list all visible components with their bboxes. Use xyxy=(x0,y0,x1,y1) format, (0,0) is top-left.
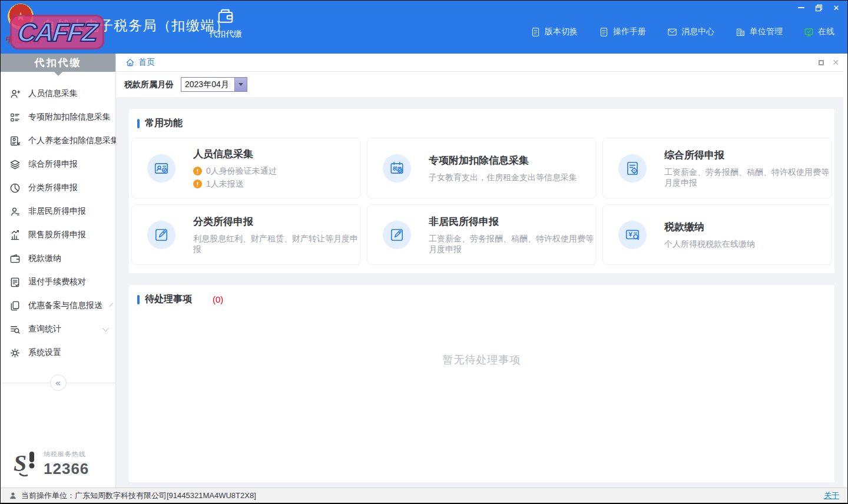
feature-card[interactable]: 人员信息采集 ! 0人身份验证未通过 xyxy=(131,138,361,198)
sidebar-menu: 人员信息采集 专项附加扣除信息采集 个人养老金扣除信息采集 xyxy=(1,82,115,364)
common-functions-header: 常用功能 xyxy=(129,109,834,137)
sidebar-item[interactable]: 分类所得申报 xyxy=(1,176,115,200)
sidebar-item-label: 优惠备案与信息报送 xyxy=(28,300,102,311)
warning-text: 1人未报送 xyxy=(206,179,244,190)
sidebar-item[interactable]: 非居民所得申报 xyxy=(1,200,115,223)
month-select-value: 2023年04月 xyxy=(181,79,234,90)
collapse-sidebar-button[interactable]: « xyxy=(50,374,67,391)
minimize-button[interactable] xyxy=(793,2,809,13)
feature-card-subtitle: 子女教育支出，住房租金支出等信息采集 xyxy=(429,173,577,183)
sidebar-item-label: 限售股所得申报 xyxy=(28,230,86,240)
feature-card-title: 分类所得申报 xyxy=(193,215,360,228)
feature-card-icon: 税 xyxy=(383,154,411,183)
sidebar-item-label: 个人养老金扣除信息采集 xyxy=(28,135,119,146)
feature-card[interactable]: 税款缴纳 个人所得税税款在线缴纳 xyxy=(602,204,832,265)
feature-card[interactable]: 分类所得申报 利息股息红利、财产租赁、财产转让等月度申报 xyxy=(131,204,361,265)
header-menu-label: 版本切换 xyxy=(545,26,578,37)
header-menu-item[interactable]: 单位管理 xyxy=(736,26,783,37)
sidebar-item-icon xyxy=(9,300,21,311)
about-link[interactable]: 关于 xyxy=(824,490,839,501)
watermark-text: CAFFZ xyxy=(16,18,98,47)
sidebar-item-label: 专项附加扣除信息采集 xyxy=(28,112,111,122)
feature-card-title: 税款缴纳 xyxy=(664,220,755,234)
feature-card-icon xyxy=(618,221,647,249)
header-menu-label: 操作手册 xyxy=(613,26,646,37)
hotline-number: 12366 xyxy=(44,460,89,478)
sidebar-item-icon xyxy=(9,88,21,100)
header-menu-label: 在线 xyxy=(818,26,834,37)
breadcrumb-label: 首页 xyxy=(138,57,155,68)
sidebar-item-icon xyxy=(9,206,21,217)
feature-card-title: 专项附加扣除信息采集 xyxy=(429,154,577,167)
common-functions-panel: 常用功能 人员信息采集 ! xyxy=(129,109,834,273)
sidebar-collapse: « xyxy=(1,374,115,392)
header-menu-item[interactable]: 版本切换 xyxy=(531,26,578,37)
sidebar-item[interactable]: 查询统计 xyxy=(1,317,115,341)
section-title: 待处理事项 xyxy=(145,293,192,306)
sidebar: 代扣代缴 人员信息采集 专项附加扣除信息采集 个人养老金扣除信息采集 xyxy=(1,54,116,488)
scrollbar-track[interactable] xyxy=(843,54,847,488)
feature-card-icon xyxy=(383,221,411,249)
maximize-pane-icon[interactable] xyxy=(819,60,824,65)
feature-card-title: 非居民所得申报 xyxy=(429,215,596,228)
sidebar-item-label: 非居民所得申报 xyxy=(28,206,86,217)
feature-card-subtitle: 利息股息红利、财产租赁、财产转让等月度申报 xyxy=(193,234,360,255)
sidebar-item[interactable]: 税款缴纳 xyxy=(1,247,115,270)
feature-card[interactable]: 非居民所得申报 工资薪金、劳务报酬、稿酬、特许权使用费等月度申报 xyxy=(367,204,597,265)
header-menu-icon xyxy=(736,27,746,37)
close-button[interactable]: ✕ xyxy=(829,2,844,13)
status-bar: 当前操作单位：广东知周数字科技有限公司[91445321MA4WU8T2X8] … xyxy=(1,488,847,503)
warning-row: ! 0人身份验证未通过 xyxy=(193,166,277,177)
sidebar-item-label: 退付手续费核对 xyxy=(28,277,86,287)
feature-card-title: 人员信息采集 xyxy=(193,147,277,161)
feature-card[interactable]: 税 专项附加扣除信息采集 子女教育支出，住房租金支出等信息采集 xyxy=(367,138,597,198)
sidebar-item-label: 税款缴纳 xyxy=(28,253,61,264)
header-menu-item[interactable]: 消息中心 xyxy=(667,26,714,37)
svg-text:税: 税 xyxy=(392,165,398,171)
sidebar-item[interactable]: 个人养老金扣除信息采集 xyxy=(1,129,115,152)
todo-panel: 待处理事项 (0) 暂无待处理事项 xyxy=(129,285,834,482)
dropdown-arrow-button[interactable] xyxy=(234,78,247,91)
warning-icon: ! xyxy=(193,167,202,175)
sidebar-item-label: 查询统计 xyxy=(28,324,61,334)
sidebar-item[interactable]: 专项附加扣除信息采集 xyxy=(1,105,115,129)
close-pane-icon[interactable]: ✕ xyxy=(832,58,839,67)
sidebar-item[interactable]: 系统设置 xyxy=(1,341,115,364)
sidebar-item[interactable]: 综合所得申报 xyxy=(1,152,115,176)
header-menu-icon xyxy=(804,27,814,37)
chevron-down-icon xyxy=(110,303,113,306)
page-tab-bar: 首页 ✕ xyxy=(116,54,847,72)
header-menu-item[interactable]: 在线 xyxy=(804,26,834,37)
month-select-dropdown[interactable]: 2023年04月 xyxy=(181,77,247,92)
sidebar-item-icon xyxy=(9,135,21,147)
current-unit-text: 当前操作单位：广东知周数字科技有限公司[91445321MA4WU8T2X8] xyxy=(21,490,256,501)
person-icon xyxy=(9,492,17,500)
sidebar-item-icon xyxy=(9,112,21,123)
header-menu: 版本切换 操作手册 消息中心 单位管理 xyxy=(531,26,834,37)
sidebar-item[interactable]: 优惠备案与信息报送 xyxy=(1,294,115,317)
warning-icon: ! xyxy=(193,180,202,188)
breadcrumb-home[interactable]: 首页 xyxy=(125,57,155,68)
warning-row: ! 1人未报送 xyxy=(193,179,277,190)
sidebar-item-icon xyxy=(9,159,21,170)
feature-card-warnings: ! 0人身份验证未通过 ! 1人未报送 xyxy=(193,166,277,190)
window-controls: ✕ xyxy=(793,2,844,13)
restore-button[interactable] xyxy=(811,2,826,13)
feature-card[interactable]: 综合所得申报 工资薪金、劳务报酬、稿酬、特许权使用费等月度申报 xyxy=(602,138,832,198)
sidebar-item-icon xyxy=(9,230,21,241)
sidebar-item[interactable]: 人员信息采集 xyxy=(1,82,115,105)
feature-cards: 人员信息采集 ! 0人身份验证未通过 xyxy=(129,137,834,273)
feature-card-body: 非居民所得申报 工资薪金、劳务报酬、稿酬、特许权使用费等月度申报 xyxy=(429,215,596,255)
sidebar-item[interactable]: 限售股所得申报 xyxy=(1,223,115,247)
header-menu-label: 单位管理 xyxy=(750,26,783,37)
todo-count-badge: (0) xyxy=(213,294,223,304)
header-menu-label: 消息中心 xyxy=(681,26,714,37)
feature-card-title: 综合所得申报 xyxy=(664,148,832,162)
header-menu-item[interactable]: 操作手册 xyxy=(599,26,646,37)
main-content: 首页 ✕ 税款所属月份 2023年04月 常用功能 xyxy=(116,54,847,488)
sidebar-item[interactable]: 退付手续费核对 xyxy=(1,270,115,294)
sidebar-item-label: 综合所得申报 xyxy=(28,159,78,170)
feature-card-icon xyxy=(147,154,175,183)
hotline-logo: S 纳税服务热线 12366 xyxy=(14,450,89,478)
home-icon xyxy=(125,58,135,67)
